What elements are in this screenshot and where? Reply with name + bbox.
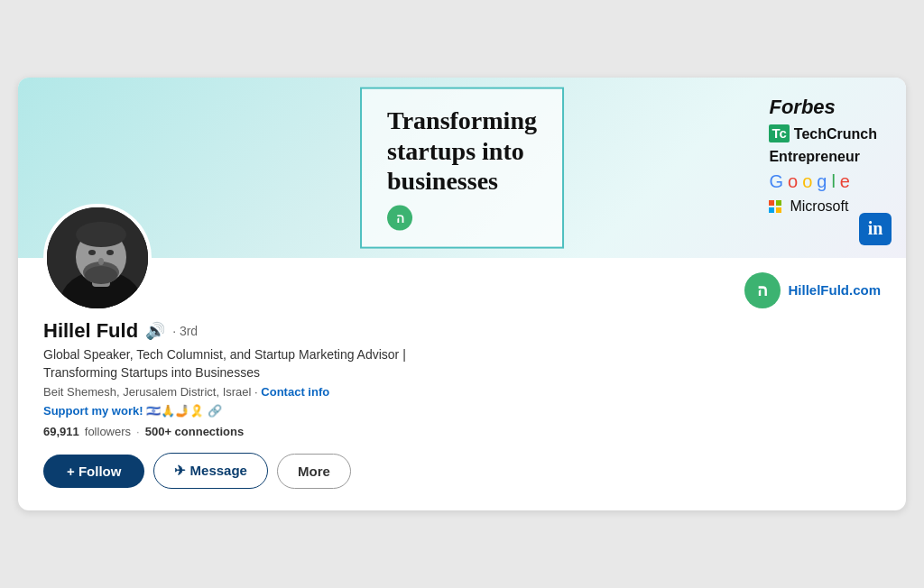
profile-section: ה HillelFuld.com Hillel Fuld 🔊 · 3rd Glo…: [18, 258, 906, 510]
promo-text: Transforming startups into businesses: [387, 106, 537, 197]
website-link[interactable]: ה HillelFuld.com: [744, 272, 881, 308]
media-logos: Forbes Tc TechCrunch Entrepreneur Google…: [769, 96, 877, 216]
actions-row: + Follow ✈ Message More: [43, 453, 881, 489]
promo-logo: ה: [387, 205, 412, 230]
svg-point-8: [98, 258, 104, 265]
svg-point-7: [106, 250, 114, 255]
support-link[interactable]: Support my work! 🇮🇱🙏🤳🎗️ 🔗: [43, 404, 222, 418]
connections-label: 500+ connections: [145, 425, 244, 438]
followers-label: followers: [85, 425, 131, 438]
degree-badge: · 3rd: [172, 324, 198, 338]
microsoft-icon: [769, 200, 781, 213]
promo-box: Transforming startups into businesses ה: [360, 87, 564, 249]
followers-count: 69,911: [43, 425, 79, 438]
stats-row: 69,911 followers · 500+ connections: [43, 425, 881, 438]
techcrunch-logo: Tc TechCrunch: [769, 124, 877, 142]
location-row: Beit Shemesh, Jerusalem District, Israel…: [43, 385, 881, 399]
site-logo: ה: [744, 272, 781, 308]
avatar-image: [47, 207, 148, 308]
more-button[interactable]: More: [277, 454, 351, 489]
forbes-logo: Forbes: [769, 96, 835, 119]
avatar: [43, 204, 152, 312]
location-text: Beit Shemesh, Jerusalem District, Israel: [43, 385, 251, 399]
google-logo: Google: [769, 170, 850, 192]
profile-name: Hillel Fuld: [43, 319, 138, 343]
linkedin-badge[interactable]: in: [859, 213, 892, 245]
svg-point-9: [85, 266, 117, 284]
contact-info-link[interactable]: Contact info: [261, 385, 329, 399]
svg-point-6: [88, 250, 96, 255]
entrepreneur-logo: Entrepreneur: [769, 148, 859, 165]
speaker-icon: 🔊: [145, 321, 165, 341]
support-row: Support my work! 🇮🇱🙏🤳🎗️ 🔗: [43, 404, 881, 418]
svg-point-5: [76, 222, 126, 247]
profile-card: Transforming startups into businesses ה …: [18, 78, 906, 510]
message-button[interactable]: ✈ Message: [153, 453, 268, 489]
headline: Global Speaker, Tech Columnist, and Star…: [43, 346, 881, 381]
follow-button[interactable]: + Follow: [43, 455, 144, 488]
microsoft-logo: Microsoft: [769, 198, 848, 215]
external-link-icon: 🔗: [208, 404, 222, 418]
banner: Transforming startups into businesses ה …: [18, 78, 906, 258]
site-name: HillelFuld.com: [788, 282, 881, 298]
stats-separator: ·: [136, 425, 140, 438]
